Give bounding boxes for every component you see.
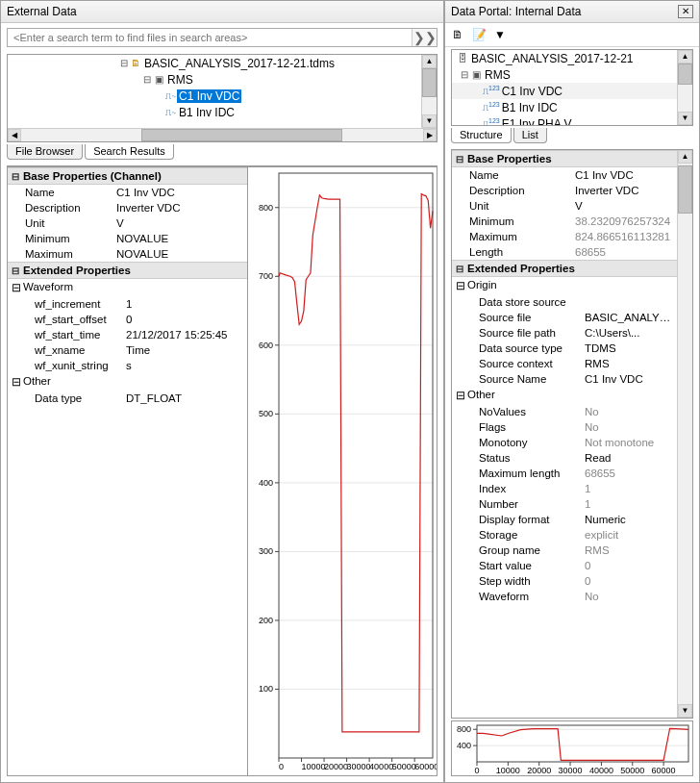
right-toolbar: 🗎 📝 ▼ (445, 23, 699, 47)
svg-text:10000: 10000 (302, 762, 326, 771)
svg-text:0: 0 (474, 766, 479, 775)
tab-list[interactable]: List (513, 128, 547, 143)
scroll-down-arrow[interactable]: ▼ (678, 704, 692, 718)
scroll-thumb[interactable] (141, 129, 342, 141)
group-icon: ▣ (469, 69, 483, 80)
file-icon: 🗎 (129, 58, 142, 68)
scroll-thumb[interactable] (678, 165, 692, 214)
property-row: Group nameRMS (452, 543, 677, 558)
svg-text:30000: 30000 (559, 766, 583, 775)
property-row: MonotonyNot monotone (452, 435, 677, 450)
tab-search-results[interactable]: Search Results (85, 144, 174, 160)
collapse-icon[interactable]: ⊟ (456, 389, 467, 402)
edit-icon[interactable]: 📝 (470, 26, 488, 43)
svg-text:0: 0 (279, 762, 284, 771)
svg-text:60000: 60000 (414, 762, 437, 771)
svg-text:500: 500 (259, 409, 273, 418)
svg-text:400: 400 (259, 478, 273, 488)
tree-channel-selected[interactable]: C1 Inv VDC (177, 89, 241, 103)
left-tabs: File Browser Search Results (1, 144, 443, 164)
collapse-icon[interactable]: ⊟ (12, 375, 23, 389)
props-header[interactable]: ⊟Base Properties (452, 150, 677, 167)
collapse-icon[interactable]: ⊟ (12, 265, 23, 276)
collapse-icon[interactable]: ⊟ (456, 264, 467, 274)
tree-file-node[interactable]: BASIC_ANALYSIS_2017-12-21 (469, 52, 636, 65)
collapse-icon[interactable]: ⊟ (12, 171, 23, 182)
tree-group-node[interactable]: RMS (165, 73, 195, 87)
left-lower-split: ⊟Base Properties (Channel) NameC1 Inv VD… (7, 165, 438, 776)
right-title: Data Portal: Internal Data ✕ (445, 1, 699, 23)
collapse-icon[interactable]: ⊟ (12, 281, 23, 294)
tree-channel[interactable]: B1 Inv IDC (500, 101, 560, 114)
panel-title-text: External Data (7, 5, 77, 18)
props-subheader[interactable]: ⊟Origin (452, 277, 677, 294)
props-v-scrollbar[interactable]: ▲ ▼ (677, 150, 692, 718)
property-row: Display formatNumeric (452, 512, 677, 527)
property-row: Minimum38.2320976257324 (452, 214, 677, 229)
scroll-down-arrow[interactable]: ▼ (422, 114, 437, 128)
tree-body[interactable]: ⊟ 🗎 BASIC_ANALYSIS_2017-12-21.tdms ⊟ ▣ R… (8, 55, 421, 128)
property-row: Step width0 (452, 573, 677, 589)
ext-props-header[interactable]: ⊟Extended Properties (8, 262, 247, 279)
props-subheader[interactable]: ⊟Other (452, 387, 677, 404)
tree-file-node[interactable]: BASIC_ANALYSIS_2017-12-21.tdms (142, 57, 337, 70)
numeric-icon: ⎍123 (483, 85, 500, 96)
numeric-icon: ⎍123 (483, 101, 500, 113)
scroll-thumb[interactable] (422, 68, 437, 97)
svg-text:50000: 50000 (620, 766, 644, 775)
tab-structure[interactable]: Structure (451, 128, 512, 143)
scroll-up-arrow[interactable]: ▲ (678, 150, 692, 164)
svg-text:100: 100 (259, 684, 273, 694)
tree-collapse-icon[interactable]: ⊟ (460, 69, 469, 80)
property-row: Length68655 (452, 244, 677, 260)
data-portal-panel: Data Portal: Internal Data ✕ 🗎 📝 ▼ 🗄 BAS… (444, 0, 700, 783)
tree-collapse-icon[interactable]: ⊟ (142, 74, 152, 85)
collapse-icon[interactable]: ⊟ (456, 279, 467, 292)
tree-channel[interactable]: E1 Inv PHA V (500, 117, 574, 126)
svg-text:800: 800 (457, 724, 471, 734)
left-properties: ⊟Base Properties (Channel) NameC1 Inv VD… (7, 166, 247, 776)
signal-icon: ⎍∿ (165, 90, 177, 101)
base-props-header[interactable]: ⊟Base Properties (Channel) (8, 167, 247, 185)
svg-text:600: 600 (259, 341, 273, 350)
property-row: Maximum824.866516113281 (452, 229, 677, 244)
search-input[interactable] (8, 29, 412, 46)
scroll-left-arrow[interactable]: ◀ (8, 129, 21, 141)
left-title: External Data (1, 1, 443, 23)
tree-channel-selected[interactable]: C1 Inv VDC (500, 85, 564, 98)
property-row: Source NameC1 Inv VDC (452, 371, 677, 387)
svg-text:200: 200 (259, 616, 273, 625)
tree-v-scrollbar[interactable]: ▲ ▼ (421, 55, 437, 128)
filter-icon[interactable]: ▼ (491, 26, 509, 43)
tree-group-node[interactable]: RMS (483, 68, 512, 82)
scroll-up-arrow[interactable]: ▲ (422, 55, 437, 68)
tab-file-browser[interactable]: File Browser (7, 144, 83, 160)
numeric-icon: ⎍123 (483, 117, 500, 125)
new-file-icon[interactable]: 🗎 (449, 26, 466, 43)
property-row: Source fileBASIC_ANALYSIS_20... (452, 310, 677, 325)
scroll-up-arrow[interactable]: ▲ (678, 50, 692, 63)
property-row: Storageexplicit (452, 527, 677, 543)
svg-text:60000: 60000 (652, 766, 676, 775)
scroll-right-arrow[interactable]: ▶ (423, 129, 437, 141)
close-button[interactable]: ✕ (678, 5, 693, 18)
property-row: Start value0 (452, 558, 677, 573)
tree-body[interactable]: 🗄 BASIC_ANALYSIS_2017-12-21 ⊟ ▣ RMS ⎍123… (452, 50, 677, 125)
property-row: FlagsNo (452, 419, 677, 435)
tree-collapse-icon[interactable]: ⊟ (119, 58, 129, 68)
tree-v-scrollbar[interactable]: ▲ ▼ (677, 50, 692, 125)
svg-rect-38 (279, 173, 433, 758)
scroll-down-arrow[interactable]: ▼ (678, 112, 692, 125)
property-row: Data source typeTDMS (452, 341, 677, 356)
scroll-thumb[interactable] (678, 63, 692, 85)
signal-icon: ⎍∿ (165, 107, 177, 117)
props-header[interactable]: ⊟Extended Properties (452, 260, 677, 277)
property-row: Source contextRMS (452, 356, 677, 371)
tree-channel[interactable]: B1 Inv IDC (177, 106, 237, 119)
collapse-icon[interactable]: ⊟ (456, 154, 467, 164)
search-expand-button[interactable]: ❯❯ (412, 29, 437, 46)
main-chart-svg: 1002003004005006007008000100002000030000… (248, 167, 437, 775)
tree-h-scrollbar[interactable]: ◀ ▶ (8, 128, 437, 141)
property-row: WaveformNo (452, 589, 677, 604)
property-row: NoValuesNo (452, 404, 677, 419)
